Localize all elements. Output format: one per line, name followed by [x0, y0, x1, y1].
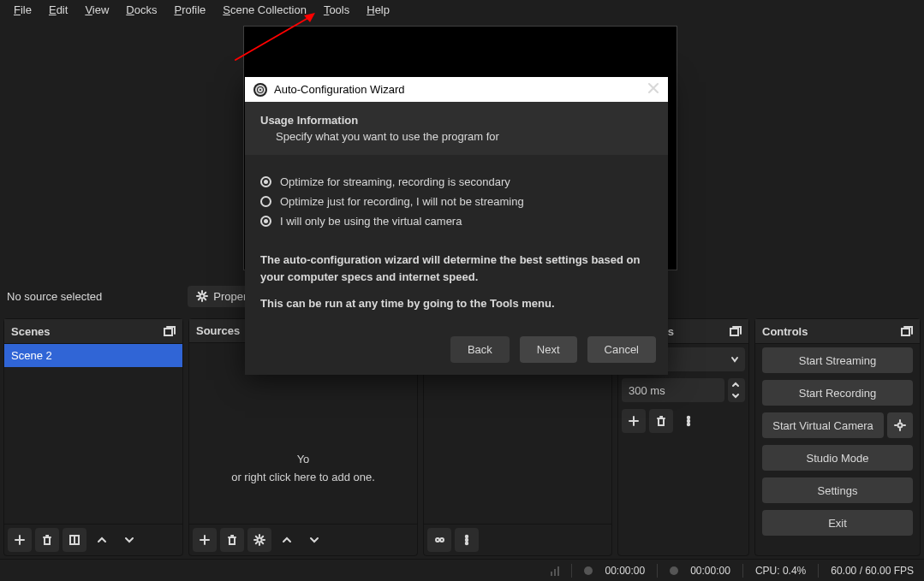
scenes-title: Scenes — [11, 325, 51, 338]
menu-bar: FFileile Edit View Docks Profile Scene C… — [0, 0, 924, 19]
svg-point-14 — [898, 424, 903, 428]
svg-rect-13 — [902, 329, 909, 335]
live-time: 00:00:00 — [605, 565, 645, 577]
source-down-button[interactable] — [302, 528, 326, 552]
no-source-label: No source selected — [7, 290, 102, 303]
live-indicator-icon — [584, 566, 593, 575]
svg-point-8 — [466, 542, 468, 544]
dialog-titlebar[interactable]: Auto-Configuration Wizard — [245, 77, 668, 102]
svg-point-15 — [256, 86, 265, 94]
svg-point-6 — [466, 536, 468, 537]
menu-profile[interactable]: Profile — [167, 2, 212, 18]
menu-help[interactable]: Help — [360, 2, 396, 18]
plus-icon — [13, 533, 27, 547]
start-recording-button[interactable]: Start Recording — [762, 380, 913, 406]
studio-mode-button[interactable]: Studio Mode — [762, 445, 913, 471]
trash-icon — [40, 533, 54, 547]
radio-option-vcam[interactable]: I will only be using the virtual camera — [260, 215, 653, 228]
exit-button[interactable]: Exit — [762, 510, 913, 536]
chevron-down-icon — [122, 533, 136, 547]
cpu-usage: CPU: 0.4% — [755, 565, 806, 577]
chevron-down-icon — [307, 533, 321, 547]
gear-icon — [196, 290, 208, 302]
gear-icon — [253, 533, 266, 547]
settings-button[interactable]: Settings — [762, 477, 913, 503]
popout-icon[interactable] — [899, 324, 913, 338]
kebab-icon — [682, 414, 695, 428]
source-properties-button[interactable] — [247, 528, 271, 552]
delete-scene-button[interactable] — [35, 528, 59, 552]
start-streaming-button[interactable]: Start Streaming — [762, 347, 913, 373]
fps: 60.00 / 60.00 FPS — [831, 565, 914, 577]
next-button[interactable]: Next — [520, 336, 577, 363]
dialog-subheading: Specify what you want to use the program… — [260, 130, 653, 143]
cancel-button[interactable]: Cancel — [587, 336, 656, 363]
radio-icon — [260, 196, 271, 207]
trash-icon — [225, 533, 239, 547]
mixer-menu-button[interactable] — [455, 528, 479, 552]
radio-icon — [260, 216, 271, 227]
menu-file[interactable]: FFileile — [7, 2, 39, 18]
mixer-settings-button[interactable] — [427, 528, 451, 552]
svg-point-11 — [688, 420, 689, 422]
source-up-button[interactable] — [275, 528, 299, 552]
menu-docks[interactable]: Docks — [119, 2, 164, 18]
status-bar: 00:00:00 00:00:00 CPU: 0.4% 60.00 / 60.0… — [0, 559, 924, 581]
dialog-heading: Usage Information — [260, 114, 653, 127]
start-virtual-camera-button[interactable]: Start Virtual Camera — [762, 412, 884, 438]
sources-hint: Yo or right click here to add one. — [189, 451, 417, 487]
scene-up-button[interactable] — [90, 528, 114, 552]
add-source-button[interactable] — [193, 528, 217, 552]
popout-icon[interactable] — [162, 324, 176, 338]
chevron-up-icon — [95, 533, 109, 547]
trash-icon — [654, 414, 668, 428]
gear-cog-icon — [432, 533, 446, 547]
chevron-up-icon — [280, 533, 294, 547]
svg-rect-1 — [164, 329, 172, 335]
scene-item[interactable]: Scene 2 — [4, 344, 182, 367]
svg-point-12 — [688, 424, 689, 425]
menu-tools[interactable]: Tools — [317, 2, 356, 18]
svg-point-16 — [259, 88, 262, 92]
filter-icon — [68, 533, 81, 547]
chevron-down-icon — [728, 390, 743, 402]
duration-input[interactable]: 300 ms — [622, 378, 724, 402]
rec-indicator-icon — [670, 566, 678, 575]
controls-title: Controls — [762, 325, 808, 338]
menu-scene-collection[interactable]: Scene Collection — [216, 2, 313, 18]
gear-icon — [894, 419, 906, 431]
radio-option-recording[interactable]: Optimize just for recording, I will not … — [260, 195, 653, 208]
add-scene-button[interactable] — [8, 528, 32, 552]
duration-stepper[interactable] — [728, 378, 745, 402]
dialog-close-button[interactable] — [647, 82, 659, 97]
delete-transition-button[interactable] — [649, 409, 673, 433]
controls-dock: Controls Start Streaming Start Recording… — [754, 318, 921, 556]
svg-point-0 — [200, 294, 205, 299]
svg-point-10 — [688, 417, 689, 418]
scene-filter-button[interactable] — [63, 528, 86, 552]
delete-source-button[interactable] — [220, 528, 244, 552]
chevron-up-icon — [728, 378, 743, 390]
plus-icon — [198, 533, 212, 547]
back-button[interactable]: Back — [450, 336, 510, 363]
virtual-camera-settings-button[interactable] — [887, 412, 913, 438]
add-transition-button[interactable] — [622, 409, 646, 433]
svg-point-3 — [258, 538, 262, 542]
scene-down-button[interactable] — [117, 528, 141, 552]
dialog-info: The auto-configuration wizard will deter… — [245, 241, 668, 328]
dialog-title-text: Auto-Configuration Wizard — [274, 83, 404, 96]
radio-icon — [260, 176, 271, 187]
auto-config-dialog: Auto-Configuration Wizard Usage Informat… — [245, 77, 668, 375]
menu-edit[interactable]: Edit — [42, 2, 75, 18]
sources-title: Sources — [196, 324, 240, 337]
kebab-icon — [460, 533, 474, 547]
close-icon — [647, 82, 659, 94]
scenes-dock: Scenes Scene 2 — [3, 318, 183, 556]
svg-point-4 — [436, 538, 439, 542]
network-bars-icon — [551, 566, 559, 576]
obs-logo-icon — [253, 83, 267, 97]
transition-menu-button[interactable] — [677, 409, 700, 433]
radio-option-streaming[interactable]: Optimize for streaming, recording is sec… — [260, 175, 653, 188]
menu-view[interactable]: View — [78, 2, 116, 18]
popout-icon[interactable] — [728, 324, 742, 338]
